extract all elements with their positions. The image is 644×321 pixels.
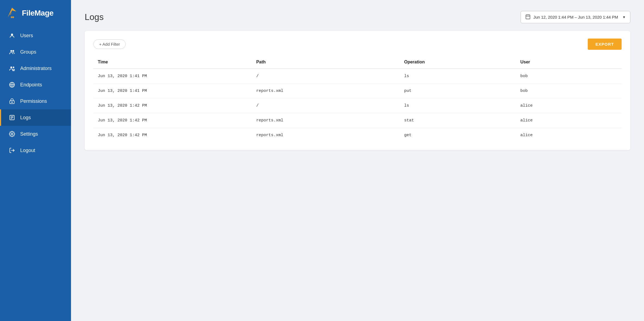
cell-operation: stat	[400, 113, 516, 128]
svg-marker-0	[8, 8, 16, 17]
cell-user: alice	[516, 98, 622, 113]
cell-path: reports.xml	[252, 84, 400, 98]
svg-rect-3	[12, 16, 13, 18]
sidebar-item-logout-label: Logout	[20, 148, 35, 153]
table-row: Jun 13, 2020 1:41 PM reports.xml put bob	[93, 84, 622, 98]
sidebar-item-logs-label: Logs	[20, 115, 31, 121]
column-path: Path	[252, 56, 400, 69]
logo-icon	[5, 7, 19, 20]
svg-point-6	[10, 50, 12, 52]
calendar-icon	[525, 14, 531, 20]
date-range-picker[interactable]: Jun 12, 2020 1:44 PM – Jun 13, 2020 1:44…	[521, 11, 630, 23]
export-button[interactable]: EXPORT	[588, 39, 622, 50]
sidebar-item-users-label: Users	[20, 33, 33, 39]
cell-user: alice	[516, 113, 622, 128]
svg-point-8	[10, 66, 12, 68]
globe-icon	[9, 81, 15, 88]
logout-icon	[9, 147, 15, 154]
svg-point-5	[11, 34, 13, 36]
cell-user: bob	[516, 69, 622, 84]
column-time: Time	[93, 56, 252, 69]
page-title: Logs	[85, 12, 104, 22]
cell-path: reports.xml	[252, 113, 400, 128]
sidebar-item-permissions[interactable]: Permissions	[0, 93, 71, 109]
cell-time: Jun 13, 2020 1:42 PM	[93, 113, 252, 128]
cell-path: reports.xml	[252, 128, 400, 143]
logs-icon	[9, 114, 15, 121]
cell-time: Jun 13, 2020 1:42 PM	[93, 98, 252, 113]
logo-text: FileMage	[22, 9, 54, 17]
sidebar-item-permissions-label: Permissions	[20, 98, 47, 104]
cell-user: bob	[516, 84, 622, 98]
table-row: Jun 13, 2020 1:42 PM reports.xml stat al…	[93, 113, 622, 128]
cell-time: Jun 13, 2020 1:41 PM	[93, 69, 252, 84]
column-operation: Operation	[400, 56, 516, 69]
add-filter-button[interactable]: + Add Filter	[93, 39, 126, 49]
table-header: Time Path Operation User	[93, 56, 622, 69]
table-row: Jun 13, 2020 1:42 PM / ls alice	[93, 98, 622, 113]
logs-card: + Add Filter EXPORT Time Path Operation …	[85, 31, 630, 150]
column-user: User	[516, 56, 622, 69]
svg-rect-22	[526, 15, 530, 19]
cell-operation: ls	[400, 69, 516, 84]
cell-path: /	[252, 69, 400, 84]
admin-icon	[9, 65, 15, 72]
card-toolbar: + Add Filter EXPORT	[93, 39, 622, 50]
cell-user: alice	[516, 128, 622, 143]
cell-time: Jun 13, 2020 1:41 PM	[93, 84, 252, 98]
chevron-down-icon: ▼	[622, 15, 626, 19]
sidebar-item-endpoints-label: Endpoints	[20, 82, 42, 88]
table-row: Jun 13, 2020 1:41 PM / ls bob	[93, 69, 622, 84]
sidebar-item-logout[interactable]: Logout	[0, 142, 71, 159]
logs-table: Time Path Operation User Jun 13, 2020 1:…	[93, 56, 622, 142]
settings-icon	[9, 131, 15, 137]
user-icon	[9, 32, 15, 39]
sidebar-item-groups-label: Groups	[20, 49, 36, 55]
page-header: Logs Jun 12, 2020 1:44 PM – Jun 13, 2020…	[85, 11, 630, 23]
cell-operation: get	[400, 128, 516, 143]
sidebar-item-logs[interactable]: Logs	[0, 109, 71, 126]
sidebar-item-settings-label: Settings	[20, 131, 38, 137]
sidebar-item-endpoints[interactable]: Endpoints	[0, 77, 71, 93]
svg-rect-2	[11, 16, 12, 18]
svg-rect-4	[13, 16, 14, 18]
cell-time: Jun 13, 2020 1:42 PM	[93, 128, 252, 143]
table-body: Jun 13, 2020 1:41 PM / ls bob Jun 13, 20…	[93, 69, 622, 142]
svg-point-20	[11, 133, 13, 135]
sidebar-item-administrators[interactable]: Administrators	[0, 60, 71, 77]
sidebar-item-administrators-label: Administrators	[20, 66, 52, 71]
permissions-icon	[9, 98, 15, 104]
table-row: Jun 13, 2020 1:42 PM reports.xml get ali…	[93, 128, 622, 143]
cell-operation: put	[400, 84, 516, 98]
svg-point-9	[13, 67, 14, 68]
sidebar-item-users[interactable]: Users	[0, 27, 71, 44]
cell-operation: ls	[400, 98, 516, 113]
main-content: Logs Jun 12, 2020 1:44 PM – Jun 13, 2020…	[71, 0, 644, 321]
svg-point-15	[12, 102, 13, 103]
sidebar: FileMage Users Groups	[0, 0, 71, 321]
svg-point-7	[12, 50, 14, 52]
sidebar-item-settings[interactable]: Settings	[0, 126, 71, 142]
sidebar-nav: Users Groups	[0, 27, 71, 321]
sidebar-item-groups[interactable]: Groups	[0, 44, 71, 60]
logo-area: FileMage	[0, 0, 71, 27]
group-icon	[9, 49, 15, 55]
date-range-label: Jun 12, 2020 1:44 PM – Jun 13, 2020 1:44…	[533, 15, 618, 19]
cell-path: /	[252, 98, 400, 113]
